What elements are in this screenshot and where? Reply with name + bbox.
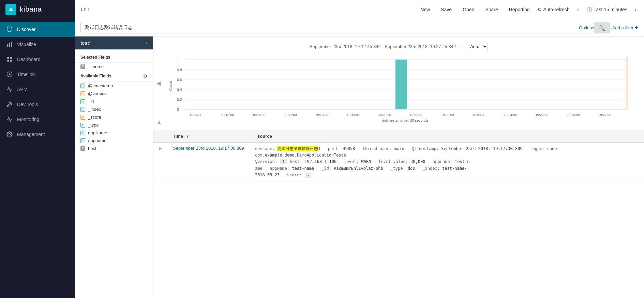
time-column-header[interactable]: Time ▼ (167, 130, 250, 143)
field-item-id[interactable]: t _id (75, 98, 153, 105)
top-bar: 1 hit New Save Open Share Reporting ↻ Au… (75, 0, 644, 19)
app-name: kibana (20, 5, 42, 13)
svg-text:19:16:00: 19:16:00 (252, 113, 265, 117)
options-button[interactable]: Options (576, 24, 597, 32)
field-item-version[interactable]: # @version (75, 90, 153, 98)
add-filter[interactable]: Add a filter ✚ (612, 25, 639, 30)
plus-icon: ✚ (635, 25, 639, 30)
field-type-text-icon: t (80, 107, 85, 112)
svg-point-1 (7, 27, 12, 32)
svg-text:@timestamp per 30 seconds: @timestamp per 30 seconds (382, 118, 429, 122)
svg-text:19:21:00: 19:21:00 (410, 113, 423, 117)
compass-icon (5, 25, 14, 33)
share-button[interactable]: Share (482, 5, 500, 14)
save-button[interactable]: Save (438, 5, 454, 14)
field-type-number-icon: # (80, 91, 85, 96)
apm-icon (5, 85, 14, 93)
field-item-score[interactable]: # _score (75, 113, 153, 121)
sidebar-item-discover[interactable]: Discover (0, 22, 75, 37)
chart-header: September 23rd 2018, 19:12:45.342 - Sept… (167, 42, 630, 51)
app-logo: kibana (0, 0, 75, 19)
svg-rect-3 (7, 44, 8, 47)
logo-icon (5, 4, 16, 15)
interval-select[interactable]: Auto (466, 42, 488, 51)
field-type-unknown-icon: ? (80, 146, 85, 151)
results-table: Time ▼ _source ▶ (153, 130, 644, 181)
grid-icon (5, 55, 14, 63)
collapse-chart-button[interactable]: ◀ (156, 79, 161, 87)
field-type-badge-unknown: ? (80, 64, 85, 69)
collapse-panel-button[interactable]: ‹ (146, 40, 148, 46)
sidebar-item-timelion-label: Timelion (17, 72, 35, 77)
svg-text:0: 0 (177, 107, 179, 111)
svg-rect-5 (11, 42, 12, 47)
svg-text:19:26:00: 19:26:00 (567, 113, 580, 117)
sidebar-item-discover-label: Discover (17, 27, 35, 32)
svg-rect-26 (395, 60, 407, 109)
expand-row-button[interactable]: ▶ (159, 146, 162, 151)
search-input-wrapper: Options 🔍 (80, 22, 610, 33)
time-cell: September 23rd 2018, 19:17:30.809 (167, 143, 250, 181)
field-item-type[interactable]: t _type (75, 121, 153, 129)
reporting-button[interactable]: Reporting (506, 5, 533, 14)
next-time-button[interactable]: › (633, 5, 639, 14)
main-area: 1 hit New Save Open Share Reporting ↻ Au… (75, 0, 644, 298)
sidebar-item-management-label: Management (17, 132, 45, 137)
field-item-index[interactable]: t _index (75, 105, 153, 113)
svg-rect-9 (10, 60, 12, 62)
svg-rect-4 (9, 43, 10, 47)
svg-text:19:22:00: 19:22:00 (441, 113, 454, 117)
new-button[interactable]: New (418, 5, 433, 14)
clock-icon (5, 70, 14, 78)
prev-time-button[interactable]: ‹ (575, 5, 581, 14)
row-expand-cell: ▶ (153, 143, 167, 181)
selected-field-source[interactable]: ? _source (75, 63, 153, 71)
sidebar-item-dashboard[interactable]: Dashboard (0, 52, 75, 67)
svg-rect-6 (7, 57, 9, 59)
expand-chart-button[interactable]: ▲ (156, 119, 162, 126)
sidebar-item-apm[interactable]: APM (0, 82, 75, 97)
search-go-button[interactable]: 🔍 (594, 22, 609, 33)
sidebar-item-monitoring-label: Monitoring (17, 117, 39, 122)
field-item-host[interactable]: ? host (75, 145, 153, 152)
gear-button[interactable]: ⚙ (143, 73, 148, 79)
svg-text:19:14:00: 19:14:00 (190, 113, 203, 117)
clock-icon: 🕐 (586, 7, 592, 12)
auto-refresh-button[interactable]: ↻ Auto-refresh (538, 7, 569, 12)
table-expand-col (153, 130, 167, 143)
field-type-text-icon: t (80, 99, 85, 104)
search-bar: Options 🔍 Add a filter ✚ (75, 19, 644, 36)
svg-text:0.2: 0.2 (177, 98, 182, 102)
sidebar-item-visualize-label: Visualize (17, 42, 36, 47)
sidebar-item-management[interactable]: Management (0, 127, 75, 142)
field-item-appname-cap[interactable]: t appName (75, 129, 153, 137)
sidebar-item-devtools-label: Dev Tools (17, 102, 38, 107)
refresh-icon: ↻ (538, 7, 542, 12)
table-row: ▶ September 23rd 2018, 19:17:30.809 mess… (153, 143, 644, 181)
fields-panel: Selected Fields ? _source Available Fiel… (75, 49, 153, 298)
wrench-icon (5, 100, 14, 108)
sidebar-item-timelion[interactable]: Timelion (0, 67, 75, 82)
selected-fields-title: Selected Fields (75, 52, 153, 63)
svg-rect-7 (10, 57, 12, 59)
field-item-appname[interactable]: t appname (75, 137, 153, 145)
sidebar-item-devtools[interactable]: Dev Tools (0, 97, 75, 112)
svg-rect-8 (7, 60, 9, 62)
svg-point-11 (9, 134, 11, 135)
content-area: test* ‹ Selected Fields ? _source Availa… (75, 36, 644, 298)
sidebar-item-visualize[interactable]: Visualize (0, 37, 75, 52)
time-range-picker[interactable]: 🕐 Last 15 minutes (586, 7, 627, 12)
svg-text:19:17:00: 19:17:00 (284, 113, 297, 117)
svg-text:1: 1 (177, 58, 179, 62)
sidebar: kibana Discover Visualize (0, 0, 75, 298)
svg-marker-2 (9, 28, 11, 30)
sidebar-item-monitoring[interactable]: Monitoring (0, 112, 75, 127)
open-button[interactable]: Open (460, 5, 477, 14)
svg-text:19:19:00: 19:19:00 (347, 113, 360, 117)
chart-svg: 1 0.8 0.6 0.4 0.2 0 Count (167, 55, 630, 124)
field-item-timestamp[interactable]: 🕐 @timestamp (75, 82, 153, 90)
search-input[interactable] (81, 22, 609, 33)
right-content: ◀ September 23rd 2018, 19:12:45.342 - Se… (153, 36, 644, 298)
sidebar-item-dashboard-label: Dashboard (17, 57, 41, 62)
svg-text:19:15:00: 19:15:00 (221, 113, 234, 117)
